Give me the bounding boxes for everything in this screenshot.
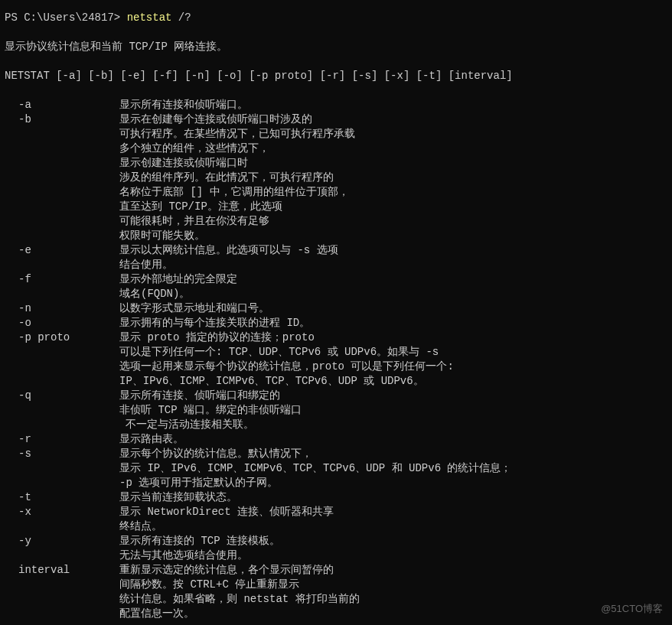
option-flag: -e [5,243,119,258]
option-text: 显示 proto 指定的协议的连接；proto [119,330,667,345]
option-interval: interval重新显示选定的统计信息，各个显示间暂停的 [5,563,667,578]
option-p-cont: IP、IPv6、ICMP、ICMPv6、TCP、TCPv6、UDP 或 UDPv… [5,374,667,389]
option-b-cont: 权限时可能失败。 [5,229,667,243]
option-flag: -s [5,447,119,461]
option-f-cont: 域名(FQDN)。 [5,287,667,301]
help-summary: 显示协议统计信息和当前 TCP/IP 网络连接。 [5,40,667,54]
option-text: 显示路由表。 [119,432,667,447]
usage-line: NETSTAT [-a] [-b] [-e] [-f] [-n] [-o] [-… [5,69,667,83]
option-n: -n以数字形式显示地址和端口号。 [5,301,667,316]
option-text: 显示所有连接、侦听端口和绑定的 [119,389,667,403]
option-b-cont: 可能很耗时，并且在你没有足够 [5,214,667,229]
prompt-line: PS C:\Users\24817> netstat /? [5,11,667,25]
option-flag: interval [5,563,119,578]
option-flag: -n [5,301,119,316]
option-text: 重新显示选定的统计信息，各个显示间暂停的 [119,563,667,578]
option-flag: -p proto [5,330,119,345]
option-s-cont: 显示 IP、IPv6、ICMP、ICMPv6、TCP、TCPv6、UDP 和 U… [5,461,667,476]
option-flag: -b [5,112,119,127]
option-flag: -o [5,316,119,330]
terminal-output[interactable]: PS C:\Users\24817> netstat /? 显示协议统计信息和当… [5,11,667,621]
option-interval-cont: 间隔秒数。按 CTRL+C 停止重新显示 [5,578,667,592]
option-b-cont: 可执行程序。在某些情况下，已知可执行程序承载 [5,127,667,142]
option-text: 显示当前连接卸载状态。 [119,490,667,505]
option-text: 显示所有连接和侦听端口。 [119,98,667,112]
option-text: 显示 NetworkDirect 连接、侦听器和共享 [119,505,667,519]
option-r: -r显示路由表。 [5,432,667,447]
option-text: 显示拥有的与每个连接关联的进程 ID。 [119,316,667,330]
option-p: -p proto显示 proto 指定的协议的连接；proto [5,330,667,345]
option-p-cont: 选项一起用来显示每个协议的统计信息，proto 可以是下列任何一个: [5,360,667,374]
option-b-cont: 名称位于底部 [] 中，它调用的组件位于顶部， [5,185,667,200]
option-flag: -f [5,272,119,287]
option-flag: -y [5,534,119,549]
option-text: 显示所有连接的 TCP 连接模板。 [119,534,667,549]
option-s: -s显示每个协议的统计信息。默认情况下， [5,447,667,461]
option-e-cont: 结合使用。 [5,258,667,272]
option-x-cont: 终结点。 [5,519,667,534]
option-flag: -t [5,490,119,505]
prompt-args: /? [171,11,191,24]
option-t: -t显示当前连接卸载状态。 [5,490,667,505]
option-interval-cont: 统计信息。如果省略，则 netstat 将打印当前的 [5,592,667,607]
option-f: -f显示外部地址的完全限定 [5,272,667,287]
option-q-cont: 非侦听 TCP 端口。绑定的非侦听端口 [5,403,667,418]
option-flag: -x [5,505,119,519]
option-a: -a显示所有连接和侦听端口。 [5,98,667,112]
option-text: 显示以太网统计信息。此选项可以与 -s 选项 [119,243,667,258]
option-q: -q显示所有连接、侦听端口和绑定的 [5,389,667,403]
option-text: 显示在创建每个连接或侦听端口时涉及的 [119,112,667,127]
option-flag: -q [5,389,119,403]
option-flag: -r [5,432,119,447]
watermark: @51CTO博客 [601,601,663,616]
option-b-cont: 涉及的组件序列。在此情况下，可执行程序的 [5,171,667,185]
option-q-cont: 不一定与活动连接相关联。 [5,418,667,432]
option-text: 显示外部地址的完全限定 [119,272,667,287]
option-e: -e显示以太网统计信息。此选项可以与 -s 选项 [5,243,667,258]
option-s-cont: -p 选项可用于指定默认的子网。 [5,476,667,490]
option-text: 以数字形式显示地址和端口号。 [119,301,667,316]
prompt-command: netstat [127,11,172,24]
option-interval-cont: 配置信息一次。 [5,607,667,621]
option-y: -y显示所有连接的 TCP 连接模板。 [5,534,667,549]
option-x: -x显示 NetworkDirect 连接、侦听器和共享 [5,505,667,519]
option-b: -b显示在创建每个连接或侦听端口时涉及的 [5,112,667,127]
option-p-cont: 可以是下列任何一个: TCP、UDP、TCPv6 或 UDPv6。如果与 -s [5,345,667,360]
prompt-prefix: PS C:\Users\24817> [5,11,127,24]
option-b-cont: 多个独立的组件，这些情况下， [5,142,667,156]
option-y-cont: 无法与其他选项结合使用。 [5,549,667,563]
option-flag: -a [5,98,119,112]
option-o: -o显示拥有的与每个连接关联的进程 ID。 [5,316,667,330]
option-b-cont: 显示创建连接或侦听端口时 [5,156,667,171]
option-text: 显示每个协议的统计信息。默认情况下， [119,447,667,461]
option-b-cont: 直至达到 TCP/IP。注意，此选项 [5,200,667,214]
